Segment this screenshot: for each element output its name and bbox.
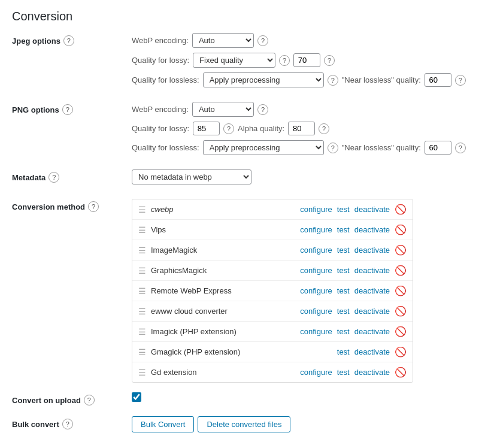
png-webp-encoding-select[interactable]: Auto Lossy Lossless — [192, 102, 254, 117]
png-near-lossless-label: "Near lossless" quality: — [342, 143, 421, 152]
test-link[interactable]: test — [337, 347, 350, 356]
table-row: ☰ ewww cloud converter configure test de… — [132, 301, 413, 322]
converter-name: Remote WebP Express — [151, 286, 295, 295]
deactivate-link[interactable]: deactivate — [354, 246, 390, 255]
drag-icon: ☰ — [138, 368, 146, 377]
jpeg-quality-lossless-help[interactable]: ? — [328, 75, 338, 86]
jpeg-quality-lossless-select[interactable]: Apply preprocessing Don't apply preproce… — [203, 72, 324, 87]
metadata-label: Metadata ? — [12, 169, 132, 183]
bulk-convert-help[interactable]: ? — [62, 419, 73, 429]
metadata-help[interactable]: ? — [49, 172, 59, 183]
deactivate-link[interactable]: deactivate — [354, 205, 390, 214]
jpeg-quality-lossy-number[interactable] — [293, 53, 320, 67]
configure-link[interactable]: configure — [300, 307, 332, 316]
png-webp-encoding-label: WebP encoding: — [132, 105, 189, 114]
png-quality-lossless-row: Quality for lossless: Apply preprocessin… — [132, 140, 476, 155]
test-link[interactable]: test — [337, 286, 350, 295]
png-alpha-quality-help[interactable]: ? — [319, 123, 329, 134]
table-row: ☰ Gd extension configure test deactivate… — [132, 362, 413, 382]
configure-link[interactable]: configure — [300, 225, 332, 234]
deactivate-link[interactable]: deactivate — [354, 368, 390, 377]
jpeg-options-help[interactable]: ? — [63, 35, 74, 46]
png-options-section: PNG options ? WebP encoding: Auto Lossy … — [12, 102, 476, 160]
png-webp-encoding-help[interactable]: ? — [257, 104, 268, 115]
deactivate-link[interactable]: deactivate — [354, 327, 390, 336]
convert-on-upload-checkbox[interactable] — [132, 392, 141, 402]
png-alpha-quality-number[interactable] — [288, 122, 315, 135]
metadata-content: No metadata in webp Preserve metadata St… — [132, 169, 476, 189]
png-near-lossless-number[interactable] — [425, 141, 451, 155]
png-alpha-quality-label: Alpha quality: — [238, 124, 284, 133]
png-quality-lossy-help[interactable]: ? — [223, 123, 234, 134]
deactivate-link[interactable]: deactivate — [354, 286, 390, 295]
jpeg-near-lossless-help[interactable]: ? — [455, 75, 466, 86]
configure-link[interactable]: configure — [300, 368, 332, 377]
png-quality-lossy-row: Quality for lossy: ? Alpha quality: ? — [132, 122, 476, 135]
bulk-convert-section: Bulk convert ? Bulk Convert Delete conve… — [12, 416, 476, 437]
bulk-convert-label: Bulk convert ? — [12, 416, 132, 429]
test-link[interactable]: test — [337, 368, 350, 377]
converter-name: Gmagick (PHP extension) — [151, 347, 295, 356]
drag-icon: ☰ — [138, 327, 146, 337]
metadata-select[interactable]: No metadata in webp Preserve metadata St… — [132, 169, 251, 184]
png-options-label: PNG options ? — [12, 102, 132, 115]
png-quality-lossy-label: Quality for lossy: — [132, 124, 189, 133]
converter-name: ewww cloud converter — [151, 307, 295, 316]
conversion-method-help[interactable]: ? — [88, 201, 99, 212]
test-link[interactable]: test — [337, 307, 350, 316]
drag-icon: ☰ — [138, 266, 146, 276]
drag-icon: ☰ — [138, 205, 146, 214]
delete-converted-button[interactable]: Delete converted files — [198, 416, 290, 432]
deactivate-link[interactable]: deactivate — [354, 225, 390, 234]
jpeg-quality-lossy-help[interactable]: ? — [279, 55, 290, 66]
configure-link[interactable]: configure — [300, 266, 332, 275]
table-row: ☰ Gmagick (PHP extension) configure test… — [132, 342, 413, 362]
deactivate-link[interactable]: deactivate — [354, 307, 390, 316]
convert-on-upload-section: Convert on upload ? — [12, 392, 476, 407]
configure-link[interactable]: configure — [300, 205, 332, 214]
configure-link[interactable]: configure — [300, 246, 332, 255]
png-quality-lossless-help[interactable]: ? — [328, 143, 338, 153]
png-near-lossless-help[interactable]: ? — [455, 143, 466, 153]
deactivate-icon: 🚫 — [395, 285, 407, 296]
jpeg-near-lossless-number[interactable] — [425, 73, 451, 87]
convert-on-upload-label: Convert on upload ? — [12, 392, 132, 405]
deactivate-icon: 🚫 — [395, 367, 407, 378]
png-quality-lossless-select[interactable]: Apply preprocessing Don't apply preproce… — [203, 140, 324, 155]
table-row: ☰ Remote WebP Express configure test dea… — [132, 281, 413, 301]
test-link[interactable]: test — [337, 327, 350, 336]
drag-icon: ☰ — [138, 246, 146, 255]
jpeg-webp-encoding-help[interactable]: ? — [257, 35, 268, 46]
deactivate-link[interactable]: deactivate — [354, 266, 390, 275]
jpeg-options-section: Jpeg options ? WebP encoding: Auto Lossy… — [12, 33, 476, 92]
deactivate-icon: 🚫 — [395, 244, 407, 256]
png-options-content: WebP encoding: Auto Lossy Lossless ? Qua… — [132, 102, 476, 160]
bulk-convert-content: Bulk Convert Delete converted files — [132, 416, 476, 437]
jpeg-quality-lossy-label: Quality for lossy: — [132, 56, 189, 65]
test-link[interactable]: test — [337, 246, 350, 255]
jpeg-near-lossless-label: "Near lossless" quality: — [342, 75, 421, 84]
table-row: ☰ Imagick (PHP extension) configure test… — [132, 322, 413, 342]
bulk-convert-row: Bulk Convert Delete converted files — [132, 416, 476, 432]
jpeg-webp-encoding-select[interactable]: Auto Lossy Lossless — [192, 33, 254, 48]
table-row: ☰ Vips configure test deactivate 🚫 — [132, 220, 413, 240]
convert-on-upload-help[interactable]: ? — [84, 395, 95, 405]
configure-link[interactable]: configure — [300, 327, 332, 336]
conversion-table: ☰ cwebp configure test deactivate 🚫 ☰ Vi… — [132, 199, 413, 383]
test-link[interactable]: test — [337, 205, 350, 214]
test-link[interactable]: test — [337, 266, 350, 275]
deactivate-icon: 🚫 — [395, 326, 407, 337]
jpeg-quality-lossless-row: Quality for lossless: Apply preprocessin… — [132, 72, 476, 87]
png-quality-lossy-number[interactable] — [193, 122, 220, 135]
png-options-help[interactable]: ? — [62, 104, 73, 115]
jpeg-quality-lossy-select[interactable]: Fixed quality Defined quality Auto — [193, 53, 275, 68]
conversion-method-section: Conversion method ? ☰ cwebp configure te… — [12, 199, 476, 383]
deactivate-link[interactable]: deactivate — [354, 347, 390, 356]
deactivate-icon: 🚫 — [395, 224, 407, 235]
bulk-convert-button[interactable]: Bulk Convert — [132, 416, 194, 432]
configure-link[interactable]: configure — [300, 286, 332, 295]
jpeg-quality-lossy-number-help[interactable]: ? — [324, 55, 335, 66]
drag-icon: ☰ — [138, 307, 146, 316]
test-link[interactable]: test — [337, 225, 350, 234]
page-title: Conversion — [12, 10, 476, 23]
